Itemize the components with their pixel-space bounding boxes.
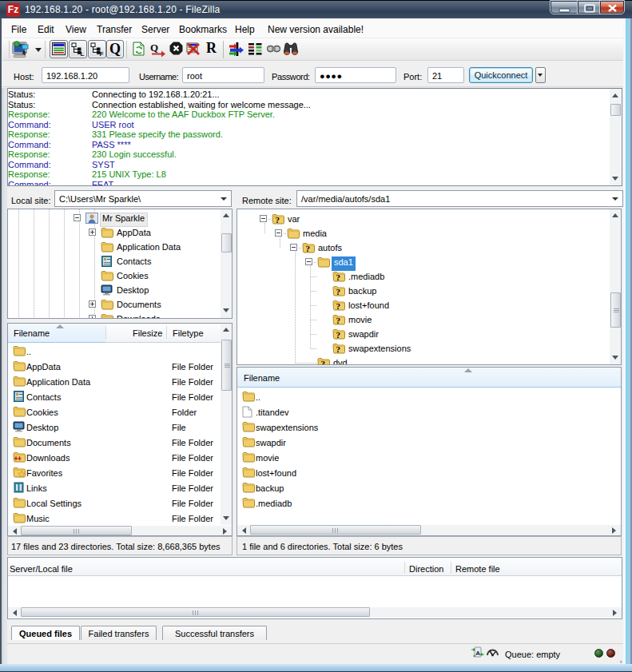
svg-text:F: F (100, 50, 104, 57)
svg-text:?: ? (336, 316, 341, 325)
svg-text:?: ? (336, 301, 341, 311)
svg-text:?: ? (276, 215, 280, 225)
svg-text:L: L (81, 50, 85, 57)
svg-text:?: ? (336, 344, 341, 354)
svg-text:?: ? (336, 272, 341, 282)
svg-text:?: ? (336, 330, 341, 340)
svg-text:?: ? (306, 244, 311, 253)
svg-text:Q: Q (150, 42, 158, 54)
svg-text:?: ? (336, 287, 341, 296)
svg-text:?: ? (321, 359, 326, 365)
svg-text:A: A (475, 650, 480, 657)
